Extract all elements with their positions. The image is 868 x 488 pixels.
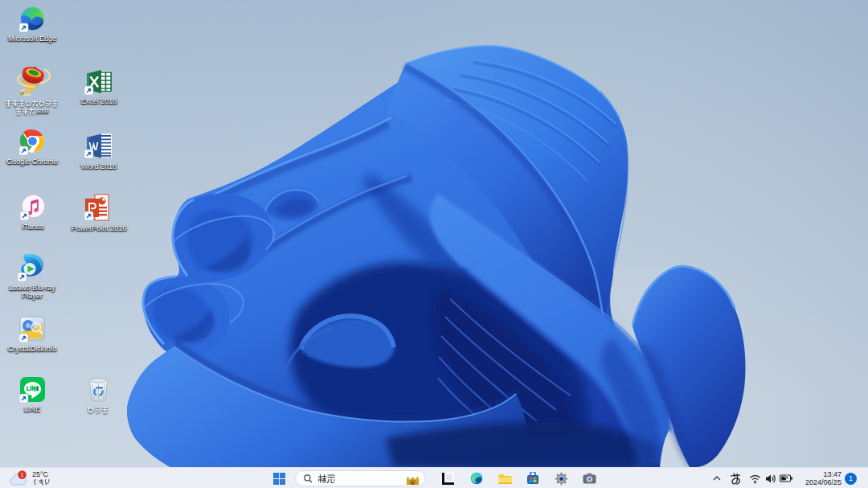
svg-text:1: 1 — [21, 472, 24, 478]
